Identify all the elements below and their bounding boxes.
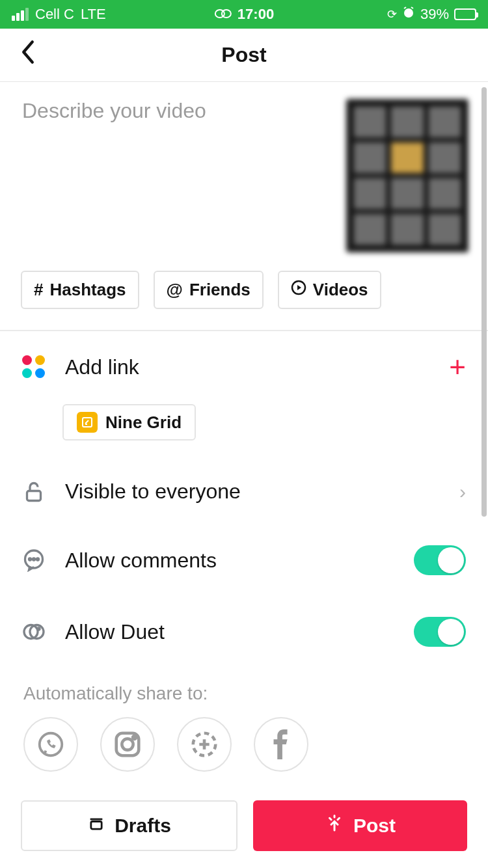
svg-point-15 <box>122 739 133 750</box>
svg-point-8 <box>33 558 35 560</box>
back-button[interactable] <box>20 40 36 70</box>
signal-icon <box>12 8 29 21</box>
chevron-right-icon: › <box>459 481 466 503</box>
visibility-label: Visible to everyone <box>65 480 440 504</box>
friends-chip[interactable]: @Friends <box>154 271 264 309</box>
drafts-label: Drafts <box>115 815 171 837</box>
share-facebook[interactable] <box>254 717 308 772</box>
duet-row: Allow Duet <box>0 596 488 668</box>
link-icon <box>214 6 232 23</box>
svg-rect-5 <box>27 491 41 500</box>
svg-point-1 <box>222 10 231 18</box>
hashtags-chip[interactable]: #Hashtags <box>21 271 139 309</box>
friends-label: Friends <box>189 280 251 300</box>
status-bar: Cell C LTE 17:00 ⟳ 39% <box>0 0 488 29</box>
alarm-icon <box>402 6 415 23</box>
share-story[interactable] <box>177 717 232 772</box>
post-button[interactable]: Post <box>253 800 467 851</box>
video-thumbnail[interactable] <box>346 99 468 252</box>
play-circle-icon <box>291 280 306 300</box>
share-whatsapp[interactable] <box>23 717 78 772</box>
share-label: Automatically share to: <box>0 668 488 717</box>
carrier-label: Cell C <box>35 6 74 23</box>
caption-input[interactable]: Describe your video <box>22 99 334 252</box>
post-label: Post <box>353 815 396 837</box>
status-time: 17:00 <box>237 6 274 23</box>
drafts-icon <box>87 815 105 837</box>
videos-chip[interactable]: Videos <box>278 271 381 309</box>
duet-toggle[interactable] <box>414 617 466 647</box>
comments-row: Allow comments <box>0 524 488 596</box>
share-instagram[interactable] <box>100 717 155 772</box>
svg-point-2 <box>404 8 413 18</box>
comments-toggle[interactable] <box>414 545 466 575</box>
hashtags-label: Hashtags <box>49 280 126 300</box>
svg-point-7 <box>29 558 31 560</box>
comments-label: Allow comments <box>65 549 394 573</box>
videos-label: Videos <box>313 280 368 300</box>
plus-icon: + <box>449 351 466 383</box>
nine-grid-label: Nine Grid <box>105 413 182 433</box>
page-title: Post <box>221 43 266 67</box>
duet-label: Allow Duet <box>65 620 394 644</box>
add-link-row[interactable]: Add link + <box>0 331 488 403</box>
svg-point-12 <box>38 628 40 630</box>
comment-icon <box>22 549 46 572</box>
visibility-row[interactable]: Visible to everyone › <box>0 459 488 524</box>
battery-percent: 39% <box>420 6 449 23</box>
hash-icon: # <box>34 280 43 300</box>
battery-icon <box>454 8 476 20</box>
svg-point-9 <box>37 558 39 560</box>
nine-grid-chip[interactable]: Nine Grid <box>62 404 196 441</box>
at-icon: @ <box>167 280 183 300</box>
lock-open-icon <box>22 480 46 504</box>
network-label: LTE <box>81 6 106 23</box>
scroll-indicator[interactable] <box>481 87 487 517</box>
svg-point-16 <box>133 736 136 739</box>
drafts-button[interactable]: Drafts <box>21 800 237 851</box>
orientation-lock-icon: ⟳ <box>387 7 397 21</box>
duet-icon <box>22 620 46 644</box>
svg-rect-18 <box>91 821 102 829</box>
nav-bar: Post <box>0 29 488 82</box>
post-icon <box>325 814 344 838</box>
ninegrid-icon <box>77 412 98 433</box>
add-link-label: Add link <box>65 355 429 379</box>
add-link-icon <box>22 355 46 379</box>
